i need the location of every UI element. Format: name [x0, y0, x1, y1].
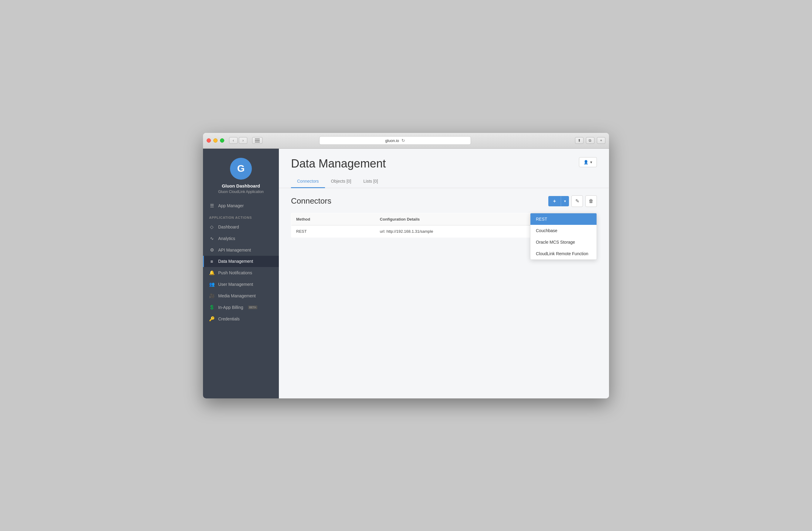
dropdown-item-oracle-mcs[interactable]: Oracle MCS Storage [531, 236, 597, 248]
url-text: gluon.io [386, 138, 399, 143]
analytics-icon: ∿ [209, 236, 215, 241]
api-management-icon: ⚙ [209, 247, 215, 253]
tab-lists[interactable]: Lists [0] [358, 175, 384, 188]
credentials-icon: 🔑 [209, 316, 215, 321]
sidebar-item-credentials[interactable]: 🔑 Credentials [203, 313, 279, 325]
maximize-button[interactable] [220, 138, 224, 143]
sidebar-section-label: APPLICATION ACTIONS [203, 212, 279, 221]
app-manager-icon: ☰ [209, 203, 215, 209]
toolbar-right: + ▾ ✎ 🗑 [548, 196, 597, 207]
user-management-icon: 👥 [209, 282, 215, 287]
svg-rect-0 [255, 139, 260, 139]
sidebar-app-subtitle: Gluon CloudLink Application [218, 190, 264, 194]
sidebar-item-dashboard[interactable]: ◇ Dashboard [203, 221, 279, 233]
browser-body: G Gluon Dashboard Gluon CloudLink Applic… [203, 149, 609, 398]
user-caret-icon: ▾ [590, 160, 592, 164]
sidebar-label-push-notifications: Push Notifications [218, 270, 252, 275]
in-app-billing-icon: 💲 [209, 305, 215, 310]
close-button[interactable] [207, 138, 211, 143]
sidebar-item-in-app-billing[interactable]: 💲 In-App Billing BETA [203, 302, 279, 313]
sidebar-item-user-management[interactable]: 👥 User Management [203, 278, 279, 290]
tab-connectors[interactable]: Connectors [291, 175, 325, 188]
edit-icon: ✎ [575, 198, 579, 204]
sidebar-label-user-management: User Management [218, 282, 253, 287]
sidebar-logo-area: G Gluon Dashboard Gluon CloudLink Applic… [203, 149, 279, 200]
sidebar-item-push-notifications[interactable]: 🔔 Push Notifications [203, 267, 279, 278]
sidebar-item-api-management[interactable]: ⚙ API Management [203, 244, 279, 256]
sidebar-app-name: Gluon Dashboard [222, 183, 260, 188]
cell-method: REST [291, 225, 375, 237]
sidebar-label-in-app-billing: In-App Billing [218, 305, 243, 310]
tabs-bar: Connectors Objects [0] Lists [0] [279, 175, 609, 188]
add-tab-button[interactable]: + [597, 137, 605, 144]
dropdown-item-couchbase[interactable]: Couchbase [531, 225, 597, 236]
app-logo: G [230, 158, 252, 180]
svg-rect-2 [255, 142, 260, 142]
beta-badge: BETA [248, 305, 258, 309]
back-button[interactable]: ‹ [229, 137, 237, 144]
sidebar-item-app-manager[interactable]: ☰ App Manager [203, 200, 279, 212]
sidebar-label-analytics: Analytics [218, 236, 235, 241]
edit-connector-button[interactable]: ✎ [571, 196, 583, 207]
sidebar-label-app-manager: App Manager [218, 203, 244, 208]
sidebar-item-data-management[interactable]: ≡ Data Management [203, 256, 279, 267]
content-area: Connectors + ▾ ✎ 🗑 [279, 188, 609, 398]
traffic-lights [207, 138, 224, 143]
tab-objects[interactable]: Objects [0] [325, 175, 358, 188]
sidebar: G Gluon Dashboard Gluon CloudLink Applic… [203, 149, 279, 398]
main-header: Data Management 👤 ▾ [279, 149, 609, 170]
add-connector-main-button[interactable]: + [548, 196, 561, 206]
url-bar[interactable]: gluon.io ↻ [319, 136, 471, 145]
browser-window: ‹ › gluon.io ↻ ⬆ ⧉ + G Gluon Dashboard G… [203, 133, 609, 398]
column-method: Method [291, 213, 375, 225]
sidebar-item-analytics[interactable]: ∿ Analytics [203, 233, 279, 244]
sidebar-label-media-management: Media Management [218, 293, 256, 298]
user-icon: 👤 [583, 160, 589, 164]
data-management-icon: ≡ [209, 259, 215, 264]
dropdown-item-rest[interactable]: REST [531, 213, 597, 225]
delete-icon: 🗑 [589, 198, 594, 204]
sidebar-label-dashboard: Dashboard [218, 225, 239, 229]
add-connector-button-group: + ▾ [548, 196, 569, 206]
reload-button[interactable]: ↻ [402, 138, 405, 143]
forward-button[interactable]: › [239, 137, 247, 144]
push-notifications-icon: 🔔 [209, 270, 215, 275]
browser-titlebar: ‹ › gluon.io ↻ ⬆ ⧉ + [203, 133, 609, 149]
media-management-icon: 🎥 [209, 293, 215, 299]
minimize-button[interactable] [213, 138, 218, 143]
user-menu-button[interactable]: 👤 ▾ [579, 157, 597, 167]
add-connector-caret-button[interactable]: ▾ [561, 196, 569, 206]
connectors-section-title: Connectors [291, 196, 331, 206]
dashboard-icon: ◇ [209, 224, 215, 230]
sidebar-label-data-management: Data Management [218, 259, 253, 264]
new-tab-button[interactable]: ⧉ [586, 137, 594, 144]
svg-rect-1 [255, 140, 260, 141]
page-title: Data Management [291, 157, 386, 170]
sidebar-item-media-management[interactable]: 🎥 Media Management [203, 290, 279, 302]
nav-buttons: ‹ › [229, 137, 247, 144]
share-button[interactable]: ⬆ [575, 137, 583, 144]
sidebar-label-credentials: Credentials [218, 316, 240, 321]
dropdown-item-cloudlink-remote[interactable]: CloudLink Remote Function [531, 248, 597, 259]
sidebar-toggle-button[interactable] [252, 137, 262, 144]
connector-type-dropdown: REST Couchbase Oracle MCS Storage CloudL… [530, 213, 597, 260]
delete-connector-button[interactable]: 🗑 [585, 196, 597, 207]
browser-actions: ⬆ ⧉ + [575, 137, 605, 144]
sidebar-label-api-management: API Management [218, 248, 251, 253]
main-content: Data Management 👤 ▾ Connectors Objects [… [279, 149, 609, 398]
connectors-header: Connectors + ▾ ✎ 🗑 [291, 196, 597, 207]
